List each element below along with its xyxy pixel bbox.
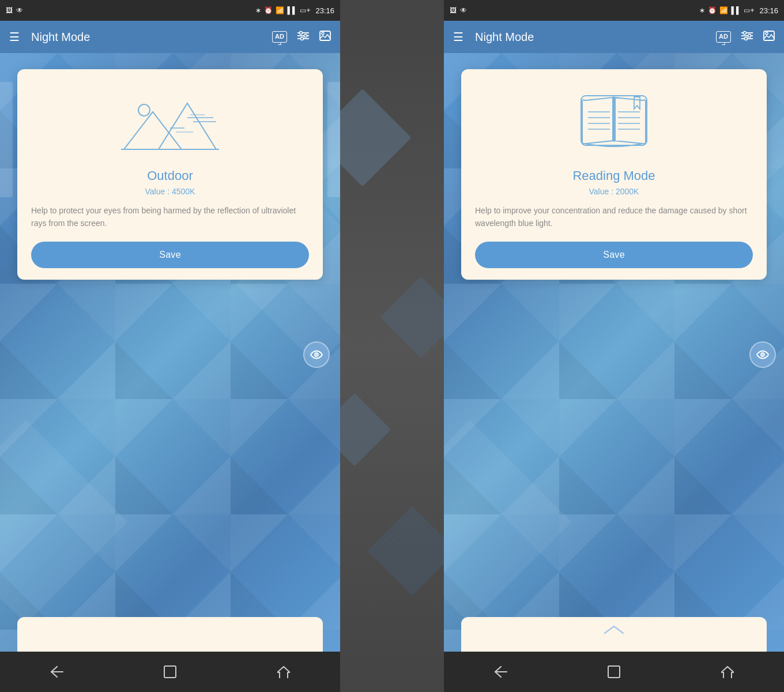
right-gallery-icon: 🖼 (450, 6, 457, 14)
floating-eye-button-left[interactable] (303, 341, 330, 368)
status-bar-left-icons: 🖼 👁 (6, 6, 23, 14)
status-time-left: 23:16 (315, 6, 334, 15)
right-alarm-icon: ⏰ (708, 6, 717, 14)
recent-apps-button-left[interactable] (153, 655, 187, 689)
book-icon-area (576, 83, 651, 164)
right-top-bar-icons: AD (716, 31, 775, 44)
left-main-bg: Outdoor Value : 4500K Help to protect yo… (0, 53, 340, 652)
recent-apps-button-right[interactable] (597, 655, 631, 689)
bg-shape-2 (0, 420, 128, 624)
svg-point-27 (748, 34, 751, 37)
svg-point-30 (766, 32, 768, 35)
floating-eye-button-right[interactable] (749, 341, 776, 368)
svg-marker-40 (634, 97, 640, 109)
right-status-bar-right: ∗ ⏰ 📶 ▌▌ ▭+ 23:16 (699, 6, 778, 15)
left-app-title: Night Mode (31, 31, 265, 44)
save-button-left[interactable]: Save (31, 242, 309, 268)
left-status-bar: 🖼 👁 ∗ ⏰ 📶 ▌▌ ▭+ 23:16 (0, 0, 340, 21)
left-phone-panel: 🖼 👁 ∗ ⏰ 📶 ▌▌ ▭+ 23:16 ☰ Night Mode AD (0, 0, 340, 692)
svg-point-5 (301, 37, 304, 40)
svg-rect-18 (164, 666, 176, 678)
right-image-icon[interactable] (763, 31, 775, 44)
svg-rect-45 (608, 666, 620, 678)
card-value-right: Value : 2000K (589, 187, 639, 196)
card-mode-title-left: Outdoor (147, 168, 193, 183)
right-hamburger-icon[interactable]: ☰ (453, 31, 463, 43)
right-top-bar: ☰ Night Mode AD (444, 21, 784, 53)
home-button-left[interactable] (266, 655, 301, 689)
card-description-right: Help to improve your concentration and r… (475, 204, 753, 230)
card-mode-title-right: Reading Mode (572, 168, 655, 183)
home-button-right[interactable] (710, 655, 745, 689)
hamburger-menu-icon[interactable]: ☰ (9, 31, 20, 43)
svg-rect-20 (380, 276, 444, 358)
outdoor-icon-area (112, 83, 228, 164)
svg-rect-22 (367, 506, 444, 596)
eye-icon: 👁 (16, 6, 23, 14)
svg-point-3 (300, 31, 303, 34)
right-status-bar-left: 🖼 👁 (450, 6, 467, 14)
svg-point-7 (322, 32, 324, 35)
chevron-up-icon (602, 624, 625, 638)
right-bluetooth-icon: ∗ (699, 6, 705, 14)
save-button-right[interactable]: Save (475, 242, 753, 268)
right-signal-icon: ▌▌ (731, 6, 741, 14)
svg-point-16 (316, 354, 317, 355)
status-time-right: 23:16 (759, 6, 778, 15)
card-value-left: Value : 4500K (145, 187, 195, 196)
svg-point-4 (304, 34, 307, 37)
card-description-left: Help to protect your eyes from being har… (31, 204, 309, 230)
svg-point-28 (745, 37, 748, 40)
right-filter-icon[interactable] (741, 31, 753, 44)
bottom-partial-left (17, 617, 323, 652)
battery-icon: ▭+ (300, 6, 310, 14)
mountain-illustration (112, 86, 228, 161)
gallery-icon: 🖼 (6, 6, 13, 14)
svg-rect-21 (340, 393, 391, 466)
right-status-bar: 🖼 👁 ∗ ⏰ 📶 ▌▌ ▭+ 23:16 (444, 0, 784, 21)
right-phone-panel: 🖼 👁 ∗ ⏰ 📶 ▌▌ ▭+ 23:16 ☰ Night Mode AD (444, 0, 784, 692)
left-nav-bar (0, 652, 340, 692)
svg-rect-19 (340, 89, 412, 187)
image-icon-left[interactable] (319, 31, 331, 44)
bottom-partial-right (461, 617, 767, 652)
right-bg-shape-2 (444, 420, 572, 624)
back-button-left[interactable] (39, 655, 74, 689)
ad-icon-left[interactable]: AD (272, 31, 287, 42)
bluetooth-icon: ∗ (255, 6, 261, 14)
left-top-bar: ☰ Night Mode AD (0, 21, 340, 53)
right-ad-icon[interactable]: AD (716, 31, 731, 42)
top-bar-icons-left: AD (272, 31, 331, 44)
status-bar-right-icons: ∗ ⏰ 📶 ▌▌ ▭+ 23:16 (255, 6, 334, 15)
book-illustration (576, 89, 651, 158)
svg-point-8 (138, 104, 150, 116)
wifi-icon: 📶 (276, 6, 284, 14)
alarm-icon: ⏰ (264, 6, 273, 14)
filter-icon-left[interactable] (297, 31, 309, 44)
right-wifi-icon: 📶 (719, 6, 728, 14)
svg-point-26 (744, 31, 747, 34)
right-eye-icon: 👁 (460, 6, 467, 14)
right-main-bg: Reading Mode Value : 2000K Help to impro… (444, 53, 784, 652)
right-battery-icon: ▭+ (744, 6, 754, 14)
side-peek-left (0, 82, 13, 197)
right-nav-bar (444, 652, 784, 692)
signal-icon: ▌▌ (287, 6, 297, 14)
right-app-title: Night Mode (475, 31, 709, 44)
back-button-right[interactable] (483, 655, 518, 689)
svg-point-43 (762, 354, 763, 355)
right-main-card: Reading Mode Value : 2000K Help to impro… (461, 69, 767, 280)
center-divider (340, 0, 444, 692)
left-main-card: Outdoor Value : 4500K Help to protect yo… (17, 69, 323, 280)
side-peek-right (327, 82, 340, 197)
